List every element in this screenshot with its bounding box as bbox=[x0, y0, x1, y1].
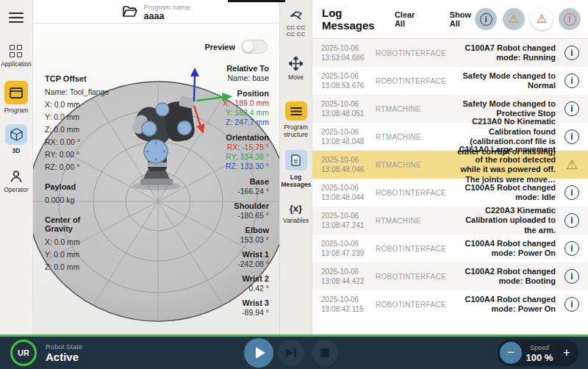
log-row-icon-cell: i ⚠ bbox=[556, 129, 588, 144]
filter-info-button[interactable]: i bbox=[475, 8, 497, 30]
log-message: Safety Mode changed to Protective Stop bbox=[449, 99, 556, 119]
joint-readout: Wrist 2 0.42 ° bbox=[223, 274, 269, 293]
log-row[interactable]: 2025-10-06 13:08:42.115 ROBOTINTERFACE C… bbox=[312, 290, 588, 318]
log-title: Log Messages bbox=[322, 7, 379, 32]
polyscope-app: Application Program 3D Operator Program … bbox=[0, 0, 588, 369]
tcp-y: Y: 0.0 mm bbox=[45, 111, 126, 123]
speed-control: − Speed 100 % + bbox=[498, 340, 578, 366]
log-source: ROBOTINTERFACE bbox=[370, 77, 449, 85]
log-source: RTMACHINE bbox=[370, 105, 449, 113]
left-sidebar: Application Program 3D Operator bbox=[0, 0, 33, 334]
robot-3d-viewport[interactable]: Preview TCP Offset Name: Tool_flange X: … bbox=[33, 24, 279, 334]
tcp-info-overlay: TCP Offset Name: Tool_flange X: 0.0 mm Y… bbox=[45, 74, 126, 273]
info-icon[interactable]: i bbox=[564, 101, 579, 116]
cog-z: Z: 0.0 mm bbox=[45, 261, 126, 273]
speed-decrease-button[interactable]: − bbox=[500, 342, 522, 364]
joint-readout: Shoulder -180.65 ° bbox=[223, 201, 269, 221]
log-source: RTMACHINE bbox=[370, 161, 449, 169]
panel-toolbar: CC CC CC CC Move Program structure Log M… bbox=[279, 0, 312, 334]
log-message: C100A4 Robot changed mode: Power On bbox=[449, 295, 556, 315]
info-icon[interactable]: i bbox=[564, 46, 579, 60]
error-icon: ! bbox=[564, 13, 576, 26]
bottom-bar: UR Robot State Active − Speed 100 % + bbox=[0, 337, 588, 369]
log-timestamp: 2025-10-06 13:08:42.115 bbox=[321, 295, 370, 314]
toolbar-item-log-messages[interactable]: Log Messages bbox=[282, 150, 311, 188]
joint-readout: Base -166.24 ° bbox=[223, 177, 269, 196]
info-icon[interactable]: i bbox=[564, 213, 579, 228]
info-icon[interactable]: i bbox=[564, 74, 579, 88]
play-button[interactable] bbox=[244, 338, 273, 368]
filter-violation-button[interactable]: ⚠ bbox=[531, 8, 553, 30]
payload-value: 0.000 kg bbox=[45, 194, 126, 207]
robot-state-value: Active bbox=[46, 352, 82, 362]
info-icon[interactable]: i bbox=[564, 269, 579, 284]
preview-toggle[interactable] bbox=[241, 40, 268, 54]
log-timestamp: 2025-10-06 13:08:47.241 bbox=[321, 211, 370, 230]
log-row[interactable]: 2025-10-06 13:08:48.046 RTMACHINE C161A0… bbox=[312, 151, 588, 179]
toolbar-item-move[interactable]: Move bbox=[288, 57, 304, 81]
toolbar-item-variables[interactable]: {x} Variables bbox=[283, 203, 309, 224]
log-rows-list: 2025-10-06 13:53:04.686 ROBOTINTERFACE C… bbox=[312, 39, 588, 318]
step-button[interactable] bbox=[278, 340, 304, 366]
speed-value: 100 % bbox=[522, 353, 557, 362]
warning-icon[interactable]: ⚠ bbox=[566, 158, 578, 171]
tcp-offset-title: TCP Offset bbox=[45, 74, 126, 83]
sidebar-item-application[interactable]: Application bbox=[1, 45, 32, 68]
log-timestamp: 2025-10-06 13:53:04.686 bbox=[321, 43, 370, 62]
joint-value: -242.08 ° bbox=[223, 259, 269, 269]
log-row[interactable]: 2025-10-06 13:53:04.686 ROBOTINTERFACE C… bbox=[312, 39, 588, 67]
position-z: Z: 247.7 mm bbox=[223, 118, 269, 127]
sidebar-item-label: Operator bbox=[4, 186, 29, 193]
info-icon[interactable]: i bbox=[564, 185, 579, 200]
log-row[interactable]: 2025-10-06 13:08:47.239 ROBOTINTERFACE C… bbox=[312, 234, 588, 262]
log-row[interactable]: 2025-10-06 13:08:48.044 ROBOTINTERFACE C… bbox=[312, 179, 588, 207]
log-timestamp: 2025-10-06 13:08:48.044 bbox=[321, 183, 370, 202]
program-name-header[interactable]: Program name aaaa bbox=[33, 0, 279, 24]
log-source: ROBOTINTERFACE bbox=[370, 301, 449, 309]
menu-icon[interactable] bbox=[9, 10, 24, 26]
sidebar-item-operator[interactable]: Operator bbox=[4, 169, 29, 193]
stop-button[interactable] bbox=[312, 340, 338, 366]
filter-error-button[interactable]: ! bbox=[559, 8, 581, 30]
sidebar-item-3d[interactable]: 3D bbox=[5, 124, 27, 154]
toolbar-item-program-structure[interactable]: Program structure bbox=[282, 101, 311, 138]
sidebar-item-label: 3D bbox=[12, 147, 21, 154]
info-icon[interactable]: i bbox=[564, 129, 579, 144]
cog-title: Center of Gravity bbox=[45, 215, 90, 233]
log-row[interactable]: 2025-10-06 13:08:53.676 ROBOTINTERFACE S… bbox=[312, 67, 588, 95]
application-grid-icon bbox=[10, 45, 23, 58]
program-name-label: Program name bbox=[144, 3, 190, 12]
folder-icon bbox=[123, 6, 137, 18]
speed-increase-button[interactable]: + bbox=[557, 345, 576, 360]
log-filters: i ⚠ ⚠ ! bbox=[475, 8, 581, 30]
log-message: C100A4 Robot changed mode: Power On bbox=[449, 239, 556, 259]
ur-logo[interactable]: UR bbox=[10, 340, 37, 366]
clear-all-button[interactable]: Clear All bbox=[395, 10, 419, 28]
toolbar-item-tool[interactable]: CC CC CC CC bbox=[285, 10, 307, 37]
info-icon[interactable]: i bbox=[564, 241, 579, 256]
3d-panel: Program name aaaa bbox=[33, 0, 279, 334]
joint-readout: Wrist 3 -89.94 ° bbox=[223, 298, 269, 318]
orientation-ry: RY: 134.38 ° bbox=[223, 152, 269, 162]
log-row-icon-cell: i ⚠ bbox=[556, 158, 588, 171]
log-row-icon-cell: i ⚠ bbox=[556, 213, 588, 228]
warning-icon: ⚠ bbox=[537, 13, 547, 25]
operator-person-icon bbox=[9, 169, 24, 184]
info-icon[interactable]: i bbox=[564, 297, 579, 312]
joint-value: -180.65 ° bbox=[223, 211, 269, 221]
log-timestamp: 2025-10-06 13:08:44.422 bbox=[321, 267, 370, 286]
log-row-icon-cell: i ⚠ bbox=[556, 46, 588, 60]
log-row[interactable]: 2025-10-06 13:08:47.241 RTMACHINE C220A3… bbox=[312, 207, 588, 234]
step-icon-bar bbox=[294, 348, 296, 357]
log-timestamp: 2025-10-06 13:08:48.051 bbox=[321, 99, 370, 118]
show-all-button[interactable]: Show All bbox=[450, 10, 475, 28]
log-row[interactable]: 2025-10-06 13:08:44.422 ROBOTINTERFACE C… bbox=[312, 262, 588, 290]
log-row-icon-cell: i ⚠ bbox=[556, 101, 588, 116]
log-source: ROBOTINTERFACE bbox=[370, 189, 449, 197]
program-window-icon bbox=[4, 81, 28, 104]
log-timestamp: 2025-10-06 13:08:48.046 bbox=[321, 155, 370, 174]
sidebar-item-program[interactable]: Program bbox=[4, 81, 29, 114]
filter-warning-button[interactable]: ⚠ bbox=[503, 8, 525, 30]
toolbar-item-label: Variables bbox=[283, 217, 309, 224]
orientation-rz: RZ: 133.30 ° bbox=[223, 162, 269, 171]
